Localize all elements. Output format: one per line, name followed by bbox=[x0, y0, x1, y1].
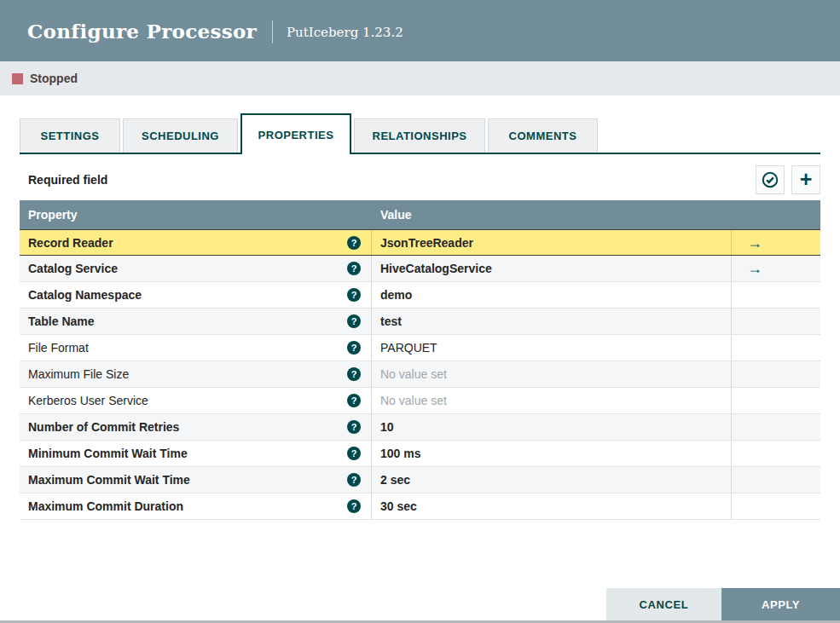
property-value-cell[interactable]: 30 sec bbox=[372, 493, 732, 519]
property-value-cell[interactable]: No value set bbox=[372, 361, 732, 387]
actions-cell bbox=[732, 493, 820, 519]
cancel-button[interactable]: CANCEL bbox=[606, 588, 721, 620]
table-row[interactable]: Table Name?test bbox=[20, 309, 820, 335]
property-name: Number of Commit Retries bbox=[28, 420, 179, 434]
dialog-header: Configure Processor PutIceberg 1.23.2 bbox=[0, 0, 840, 61]
property-name: File Format bbox=[28, 341, 89, 355]
go-to-service-icon[interactable]: → bbox=[747, 235, 762, 251]
property-name-cell: Maximum Commit Wait Time? bbox=[20, 467, 372, 493]
help-icon[interactable]: ? bbox=[347, 447, 361, 460]
plus-icon: + bbox=[800, 169, 813, 190]
tab-properties[interactable]: PROPERTIES bbox=[240, 113, 351, 154]
property-name-cell: Catalog Service? bbox=[20, 256, 372, 281]
help-icon[interactable]: ? bbox=[347, 262, 361, 275]
property-name-cell: Kerberos User Service? bbox=[20, 388, 372, 413]
table-body: Record Reader?JsonTreeReader→Catalog Ser… bbox=[20, 229, 820, 520]
property-name: Catalog Service bbox=[28, 262, 118, 275]
properties-toolbar: Required field + bbox=[20, 165, 820, 194]
actions-cell bbox=[732, 361, 820, 387]
apply-button[interactable]: APPLY bbox=[721, 588, 840, 620]
help-icon[interactable]: ? bbox=[347, 394, 361, 407]
check-circle-icon bbox=[761, 170, 779, 189]
processor-type-subtitle: PutIceberg 1.23.2 bbox=[287, 21, 403, 40]
toolbar-buttons: + bbox=[749, 165, 820, 194]
property-name-cell: Record Reader? bbox=[20, 230, 372, 255]
property-name-cell: Maximum Commit Duration? bbox=[20, 493, 372, 519]
actions-cell bbox=[732, 309, 820, 334]
column-header-property: Property bbox=[20, 208, 372, 222]
property-name-cell: Number of Commit Retries? bbox=[20, 414, 372, 440]
dialog-body: SETTINGSSCHEDULINGPROPERTIESRELATIONSHIP… bbox=[0, 113, 840, 520]
property-name: Record Reader bbox=[28, 236, 113, 250]
property-name-cell: Table Name? bbox=[20, 309, 372, 334]
property-value-cell[interactable]: PARQUET bbox=[372, 335, 732, 361]
help-icon[interactable]: ? bbox=[347, 314, 361, 328]
status-bar: Stopped bbox=[0, 61, 840, 95]
required-field-label: Required field bbox=[20, 173, 107, 187]
actions-cell bbox=[732, 441, 820, 466]
tab-relationships[interactable]: RELATIONSHIPS bbox=[354, 118, 485, 153]
help-icon[interactable]: ? bbox=[347, 367, 361, 381]
property-name: Maximum Commit Wait Time bbox=[28, 473, 190, 487]
actions-cell: → bbox=[732, 256, 820, 281]
tab-scheduling[interactable]: SCHEDULING bbox=[123, 118, 238, 153]
actions-cell bbox=[732, 282, 820, 308]
table-row[interactable]: Maximum Commit Duration?30 sec bbox=[20, 493, 820, 520]
properties-table: Property Value Record Reader?JsonTreeRea… bbox=[20, 200, 820, 520]
property-value-cell[interactable]: 10 bbox=[372, 414, 732, 440]
property-name-cell: Catalog Namespace? bbox=[20, 282, 372, 308]
verify-properties-button[interactable] bbox=[756, 165, 785, 194]
table-row[interactable]: Minimum Commit Wait Time?100 ms bbox=[20, 441, 820, 467]
actions-cell: → bbox=[732, 230, 820, 255]
status-label: Stopped bbox=[30, 72, 78, 85]
title-separator bbox=[272, 20, 273, 43]
actions-cell bbox=[732, 388, 820, 413]
table-row[interactable]: Maximum Commit Wait Time?2 sec bbox=[20, 467, 820, 493]
help-icon[interactable]: ? bbox=[347, 236, 361, 250]
property-name: Kerberos User Service bbox=[28, 394, 148, 407]
table-row[interactable]: Number of Commit Retries?10 bbox=[20, 414, 820, 441]
property-value-cell[interactable]: HiveCatalogService bbox=[372, 256, 732, 281]
table-row[interactable]: Kerberos User Service?No value set bbox=[20, 388, 820, 414]
property-value-cell[interactable]: test bbox=[372, 309, 732, 334]
help-icon[interactable]: ? bbox=[347, 420, 361, 434]
actions-cell bbox=[732, 414, 820, 440]
page-title: Configure Processor bbox=[27, 20, 257, 43]
property-name: Catalog Namespace bbox=[28, 288, 142, 302]
property-value-cell[interactable]: No value set bbox=[372, 388, 732, 413]
table-header: Property Value bbox=[20, 200, 820, 229]
tab-settings[interactable]: SETTINGS bbox=[20, 118, 120, 153]
tab-comments[interactable]: COMMENTS bbox=[488, 118, 598, 153]
property-value-cell[interactable]: demo bbox=[372, 282, 732, 308]
actions-cell bbox=[732, 467, 820, 493]
table-row[interactable]: File Format?PARQUET bbox=[20, 335, 820, 361]
property-name-cell: Minimum Commit Wait Time? bbox=[20, 441, 372, 466]
property-value-cell[interactable]: 2 sec bbox=[372, 467, 732, 493]
actions-cell bbox=[732, 335, 820, 361]
help-icon[interactable]: ? bbox=[347, 288, 361, 302]
property-value-cell[interactable]: 100 ms bbox=[372, 441, 732, 466]
column-header-value: Value bbox=[372, 208, 731, 222]
help-icon[interactable]: ? bbox=[347, 499, 361, 513]
property-name-cell: File Format? bbox=[20, 335, 372, 361]
property-name-cell: Maximum File Size? bbox=[20, 361, 372, 387]
property-name: Maximum Commit Duration bbox=[28, 499, 183, 513]
stopped-icon bbox=[12, 73, 23, 84]
table-row[interactable]: Catalog Namespace?demo bbox=[20, 282, 820, 309]
add-property-button[interactable]: + bbox=[791, 165, 820, 194]
dialog-footer: CANCEL APPLY bbox=[606, 588, 840, 620]
go-to-service-icon[interactable]: → bbox=[747, 261, 762, 276]
table-row[interactable]: Record Reader?JsonTreeReader→ bbox=[20, 229, 820, 256]
property-name: Table Name bbox=[28, 314, 95, 328]
property-name: Minimum Commit Wait Time bbox=[28, 447, 188, 460]
help-icon[interactable]: ? bbox=[347, 473, 361, 487]
help-icon[interactable]: ? bbox=[347, 341, 361, 355]
property-name: Maximum File Size bbox=[28, 367, 129, 381]
table-row[interactable]: Catalog Service?HiveCatalogService→ bbox=[20, 256, 820, 282]
tab-strip: SETTINGSSCHEDULINGPROPERTIESRELATIONSHIP… bbox=[20, 113, 820, 154]
property-value-cell[interactable]: JsonTreeReader bbox=[372, 230, 732, 255]
table-row[interactable]: Maximum File Size?No value set bbox=[20, 361, 820, 388]
